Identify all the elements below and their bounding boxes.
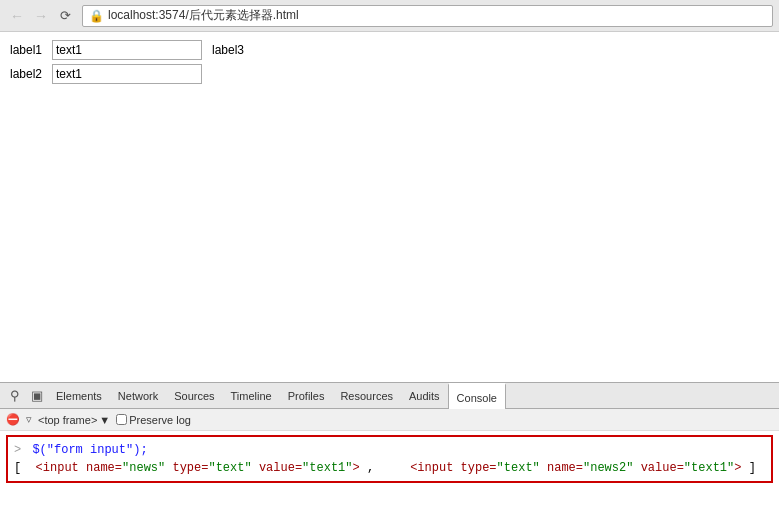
form-row-2: label2 <box>10 64 769 84</box>
nav-buttons: ← → ⟳ <box>6 5 76 27</box>
address-bar[interactable]: 🔒 localhost:3574/后代元素选择器.html <box>82 5 773 27</box>
input1[interactable] <box>52 40 202 60</box>
form-row-1: label1 label3 <box>10 40 769 60</box>
browser-chrome: ← → ⟳ 🔒 localhost:3574/后代元素选择器.html <box>0 0 779 32</box>
page-content: label1 label3 label2 <box>0 32 779 292</box>
label3: label3 <box>212 43 244 57</box>
url-text: localhost:3574/后代元素选择器.html <box>108 7 299 24</box>
reload-button[interactable]: ⟳ <box>54 5 76 27</box>
lock-icon: 🔒 <box>89 9 104 23</box>
back-button[interactable]: ← <box>6 5 28 27</box>
label2: label2 <box>10 67 52 81</box>
label1: label1 <box>10 43 52 57</box>
input2[interactable] <box>52 64 202 84</box>
forward-button[interactable]: → <box>30 5 52 27</box>
